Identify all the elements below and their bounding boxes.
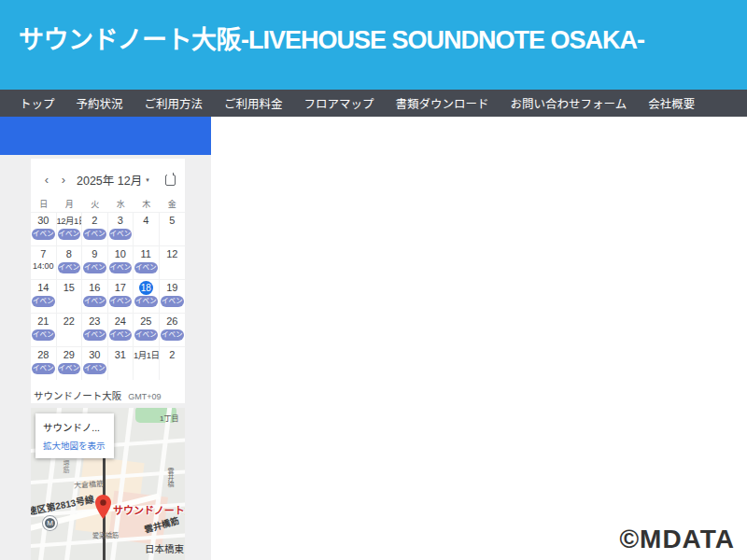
calendar-event-pill[interactable]: イベン — [109, 229, 133, 240]
calendar-day-cell[interactable]: 22 — [57, 313, 83, 346]
calendar-footer: サウンドノート大阪 GMT+09 — [31, 388, 185, 402]
calendar-event-pill[interactable]: イベン — [161, 296, 185, 307]
calendar-day-cell[interactable]: 18イベン — [134, 279, 160, 313]
calendar-event-time[interactable]: 14:00 — [31, 261, 56, 272]
calendar-export-icon[interactable] — [165, 175, 176, 186]
calendar-event-pill[interactable]: イベン — [161, 329, 185, 341]
map-label: 愛染橋筋 — [92, 530, 119, 539]
calendar-date: 22 — [57, 315, 82, 329]
calendar-day-cell[interactable]: 16イベン — [82, 279, 108, 313]
calendar-day-cell[interactable]: 4 — [134, 212, 160, 245]
main-nav: トップ予約状況ご利用方法ご利用料金フロアマップ書類ダウンロードお問い合わせフォー… — [0, 90, 747, 117]
calendar-day-cell[interactable]: 10イベン — [108, 245, 134, 279]
calendar-event-pill[interactable]: イベン — [83, 229, 106, 240]
nav-item-3[interactable]: ご利用料金 — [224, 94, 283, 112]
calendar-date: 18 — [134, 281, 159, 295]
calendar-day-cell[interactable]: 3イベン — [108, 212, 134, 245]
map-pin-icon[interactable] — [95, 495, 111, 519]
chevron-down-icon[interactable]: ▾ — [146, 176, 149, 184]
calendar-event-pill[interactable]: イベン — [109, 296, 133, 307]
map-widget[interactable]: M 1丁目 大倉橋筋 速区第2813号線 愛染橋筋 雲井橋筋 雲井橋 日本橋東 … — [31, 408, 185, 560]
calendar-widget: ‹ › 2025年 12月 ▾ 日月火水木金 30イベン12月1日イベン2イベン… — [31, 159, 185, 403]
calendar-day-cell[interactable]: 23イベン — [82, 313, 108, 346]
calendar-day-cell[interactable]: 12 — [160, 245, 186, 279]
calendar-date: 12 — [160, 247, 186, 261]
calendar-day-cell[interactable]: 2 — [160, 346, 186, 380]
calendar-event-pill[interactable]: イベン — [83, 296, 106, 307]
calendar-day-cell[interactable]: 25イベン — [134, 313, 160, 346]
calendar-event-pill[interactable]: イベン — [83, 363, 106, 374]
calendar-date: 14 — [31, 281, 56, 295]
map-label: 日本橋東 — [145, 541, 184, 555]
calendar-day-cell[interactable]: 30イベン — [82, 346, 108, 380]
calendar-day-cell[interactable]: 19イベン — [160, 279, 186, 313]
calendar-day-cell[interactable]: 28イベン — [31, 346, 57, 380]
page: サウンドノート大阪-LIVEHOUSE SOUNDNOTE OSAKA- トップ… — [0, 0, 747, 560]
calendar-day-cell[interactable]: 5 — [160, 212, 186, 245]
calendar-date: 21 — [31, 315, 56, 329]
calendar-event-pill[interactable]: イベン — [109, 262, 133, 273]
calendar-day-header: 火 — [82, 197, 108, 212]
main-content — [211, 117, 747, 560]
calendar-name: サウンドノート大阪 — [34, 388, 121, 402]
calendar-today-badge[interactable]: 18 — [139, 281, 153, 295]
map-pin-label: サウンドノート大 — [113, 502, 185, 517]
calendar-event-pill[interactable]: イベン — [58, 229, 81, 240]
calendar-day-cell[interactable]: 29イベン — [57, 346, 83, 380]
calendar-event-pill[interactable]: イベン — [109, 329, 133, 341]
calendar-event-pill[interactable]: イベン — [32, 363, 55, 374]
calendar-day-cell[interactable]: 31 — [108, 346, 134, 380]
nav-item-4[interactable]: フロアマップ — [304, 94, 374, 112]
calendar-day-cell[interactable]: 17イベン — [108, 279, 134, 313]
calendar-date: 10 — [108, 247, 134, 261]
calendar-date: 16 — [82, 281, 107, 295]
map-label: 1丁目 — [160, 413, 178, 423]
nav-item-6[interactable]: お問い合わせフォーム — [511, 94, 627, 112]
calendar-event-pill[interactable]: イベン — [134, 329, 158, 341]
calendar-grid: 30イベン12月1日イベン2イベン3イベン45714:008イベン9イベン10イ… — [31, 212, 185, 380]
calendar-next-button[interactable]: › — [55, 174, 72, 187]
calendar-day-cell[interactable]: 2イベン — [82, 212, 108, 245]
calendar-day-cell[interactable]: 8イベン — [57, 245, 83, 279]
calendar-event-pill[interactable]: イベン — [32, 229, 55, 240]
site-header: サウンドノート大阪-LIVEHOUSE SOUNDNOTE OSAKA- — [0, 0, 747, 90]
calendar-date: 24 — [108, 315, 134, 329]
calendar-day-cell[interactable]: 26イベン — [160, 313, 186, 346]
sidebar-blue-banner — [0, 117, 211, 155]
nav-item-0[interactable]: トップ — [20, 94, 55, 112]
nav-item-7[interactable]: 会社概要 — [648, 94, 695, 112]
calendar-day-header: 日 — [31, 197, 57, 212]
calendar-day-cell[interactable]: 11イベン — [134, 245, 160, 279]
calendar-month-title[interactable]: 2025年 12月 — [77, 171, 142, 189]
nav-item-1[interactable]: 予約状況 — [77, 94, 123, 112]
calendar-event-pill[interactable]: イベン — [32, 296, 55, 307]
calendar-day-cell[interactable]: 14イベン — [31, 279, 57, 313]
calendar-event-pill[interactable]: イベン — [58, 363, 81, 374]
map-info-title: サウンドノ... — [43, 420, 106, 434]
calendar-day-cell[interactable]: 9イベン — [82, 245, 108, 279]
calendar-date: 2 — [82, 214, 107, 228]
calendar-day-cell[interactable]: 21イベン — [31, 313, 57, 346]
calendar-prev-button[interactable]: ‹ — [38, 174, 55, 187]
calendar-event-pill[interactable]: イベン — [83, 262, 106, 273]
calendar-event-pill[interactable]: イベン — [134, 262, 158, 273]
map-enlarge-link[interactable]: 拡大地図を表示 — [43, 439, 106, 452]
calendar-timezone: GMT+09 — [128, 392, 161, 401]
page-title-jp: サウンドノート大阪 — [19, 26, 241, 54]
calendar-event-pill[interactable]: イベン — [32, 329, 55, 341]
calendar-event-pill[interactable]: イベン — [58, 262, 81, 273]
calendar-day-cell[interactable]: 15 — [57, 279, 83, 313]
calendar-event-pill[interactable]: イベン — [134, 296, 158, 307]
calendar-day-header: 月 — [57, 197, 83, 212]
calendar-date: 2 — [160, 348, 186, 362]
calendar-day-cell[interactable]: 30イベン — [31, 212, 57, 245]
calendar-day-cell[interactable]: 24イベン — [108, 313, 134, 346]
calendar-day-cell[interactable]: 12月1日イベン — [57, 212, 83, 245]
calendar-date: 8 — [57, 247, 82, 261]
calendar-event-pill[interactable]: イベン — [83, 329, 106, 341]
calendar-day-cell[interactable]: 714:00 — [31, 245, 57, 279]
nav-item-2[interactable]: ご利用方法 — [145, 94, 204, 112]
nav-item-5[interactable]: 書類ダウンロード — [396, 94, 489, 112]
calendar-day-cell[interactable]: 1月1日 — [134, 346, 160, 380]
calendar-date: 4 — [134, 214, 159, 228]
